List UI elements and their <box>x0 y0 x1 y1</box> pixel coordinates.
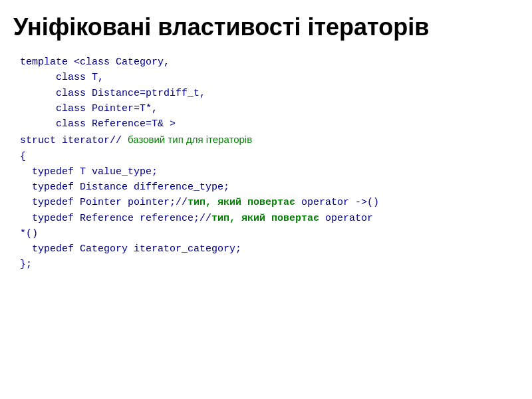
pointer-typedef: typedef Pointer pointer;// <box>20 197 188 208</box>
code-line-3: class Distance=ptrdiff_t, <box>20 86 512 101</box>
reference-typedef: typedef Reference reference;// <box>20 213 211 224</box>
code-line-1: template <class Category, <box>20 55 512 70</box>
page-title: Уніфіковані властивості ітераторів <box>13 13 512 41</box>
pointer-comment-green: тип, який повертає <box>188 197 295 208</box>
code-line-4: class Pointer=T*, <box>20 101 512 116</box>
page: Уніфіковані властивості ітераторів templ… <box>0 0 532 399</box>
code-line-7: { <box>20 149 512 164</box>
code-line-2: class T, <box>20 70 512 85</box>
code-line-10: typedef Pointer pointer;//тип, який пове… <box>20 195 512 210</box>
code-block: template <class Category, class T, class… <box>13 55 512 273</box>
code-line-12: *() <box>20 226 512 241</box>
code-line-14: }; <box>20 257 512 272</box>
code-line-6: struct iterator// базовий тип для ітерат… <box>20 132 512 148</box>
code-line-8: typedef T value_type; <box>20 164 512 180</box>
pointer-comment-end: operator ->() <box>295 197 379 208</box>
code-line-9: typedef Distance difference_type; <box>20 180 512 195</box>
code-line-11: typedef Reference reference;//тип, який … <box>20 211 512 226</box>
code-line-13: typedef Category iterator_category; <box>20 241 512 257</box>
struct-keyword: struct iterator// <box>20 135 128 146</box>
reference-comment-green: тип, який повертає <box>211 213 319 224</box>
reference-comment-end: operator <box>319 213 373 224</box>
code-line-5: class Reference=T& > <box>20 116 512 132</box>
struct-comment: базовий тип для ітераторів <box>128 134 252 145</box>
